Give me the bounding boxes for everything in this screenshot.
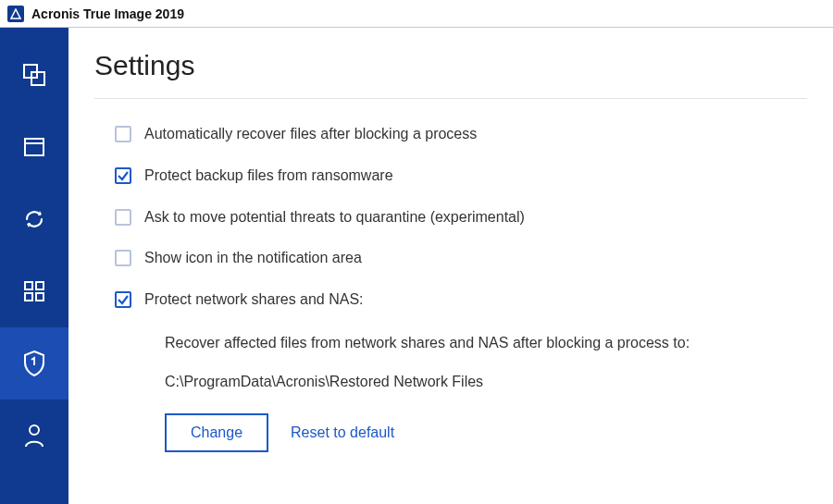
label-quarantine: Ask to move potential threats to quarant… (144, 208, 525, 227)
checkbox-auto-recover[interactable] (115, 126, 131, 142)
nas-button-row: Change Reset to default (165, 413, 807, 452)
app-logo-icon (7, 6, 24, 22)
svg-rect-6 (25, 293, 32, 301)
label-protect-nas: Protect network shares and NAS: (144, 290, 364, 310)
titlebar: Acronis True Image 2019 (0, 0, 833, 28)
nas-subsection: Recover affected files from network shar… (144, 332, 807, 452)
sidebar-item-backup[interactable] (0, 39, 68, 111)
svg-point-8 (30, 425, 39, 435)
nas-description: Recover affected files from network shar… (165, 332, 807, 354)
svg-rect-2 (25, 139, 44, 155)
change-button[interactable]: Change (165, 413, 268, 452)
checkbox-protect-nas[interactable] (115, 291, 131, 308)
option-protect-nas: Protect network shares and NAS: (115, 290, 807, 310)
checkbox-show-icon[interactable] (115, 250, 131, 266)
nas-path: C:\ProgramData\Acronis\Restored Network … (165, 371, 807, 393)
sidebar-item-protection[interactable] (0, 327, 68, 400)
reset-link[interactable]: Reset to default (291, 424, 394, 441)
option-auto-recover: Automatically recover files after blocki… (115, 125, 807, 144)
sidebar-item-account[interactable] (0, 400, 68, 472)
option-quarantine: Ask to move potential threats to quarant… (115, 208, 807, 227)
option-protect-backup: Protect backup files from ransomware (115, 166, 807, 186)
sidebar-item-sync[interactable] (0, 183, 68, 255)
sidebar-item-tools[interactable] (0, 255, 68, 327)
settings-options: Automatically recover files after blocki… (94, 121, 807, 452)
label-show-icon: Show icon in the notification area (144, 249, 362, 268)
checkbox-protect-backup[interactable] (115, 167, 131, 184)
page-title: Settings (94, 50, 807, 99)
label-auto-recover: Automatically recover files after blocki… (144, 125, 477, 144)
sidebar-item-archive[interactable] (0, 111, 68, 183)
option-show-icon: Show icon in the notification area (115, 249, 807, 268)
label-protect-backup: Protect backup files from ransomware (144, 166, 393, 186)
checkbox-quarantine[interactable] (115, 209, 131, 226)
svg-rect-7 (36, 293, 44, 301)
content-area: Settings Automatically recover files aft… (68, 28, 833, 504)
sidebar (0, 28, 68, 504)
svg-rect-5 (36, 282, 44, 289)
app-title: Acronis True Image 2019 (31, 6, 184, 21)
svg-rect-4 (25, 282, 32, 289)
